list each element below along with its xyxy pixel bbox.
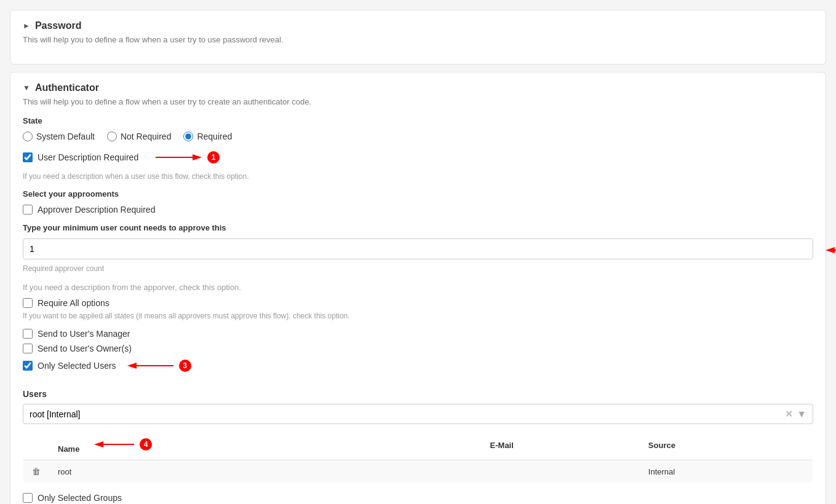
authenticator-section-description: This will help you to define a flow when…: [23, 97, 813, 106]
users-table: Name 4 E-Mail Source: [23, 430, 813, 483]
user-description-required-checkbox[interactable]: [23, 152, 33, 162]
send-to-manager-label: Send to User's Manager: [38, 329, 130, 339]
users-select-row[interactable]: ✕ ▼: [23, 404, 813, 424]
annotation-badge-4: 4: [140, 438, 152, 451]
password-section-description: This will help you to define a flow when…: [23, 35, 813, 44]
only-selected-users-checkbox[interactable]: [23, 361, 33, 371]
authenticator-section-title: Authenticator: [35, 82, 99, 93]
min-count-input[interactable]: [23, 238, 813, 259]
min-count-label: Type your minimum user count needs to ap…: [23, 223, 813, 232]
require-all-options-row: Require All options: [23, 298, 813, 308]
radio-system-default-label: System Default: [36, 132, 95, 141]
table-col-source: Source: [640, 431, 813, 460]
table-cell-source: Internal: [640, 460, 813, 483]
radio-system-default[interactable]: System Default: [23, 132, 95, 141]
send-to-owner-row: Send to User's Owner(s): [23, 344, 813, 353]
send-to-manager-checkbox[interactable]: [23, 329, 33, 339]
svg-marker-5: [127, 363, 137, 369]
require-all-options-checkbox[interactable]: [23, 298, 33, 308]
table-col-action: [23, 431, 50, 460]
users-label: Users: [23, 389, 813, 399]
table-col-email: E-Mail: [482, 431, 640, 460]
annotation-badge-3: 3: [179, 360, 191, 372]
send-to-owner-label: Send to User's Owner(s): [38, 344, 132, 353]
approver-description-required-label: Approver Description Required: [38, 205, 155, 215]
annotation-arrow-2: [826, 243, 836, 258]
require-all-options-hint: If you want to be applied all states (it…: [23, 312, 813, 320]
approver-hint: If you need a description from the appor…: [23, 283, 813, 292]
password-section-title: Password: [35, 20, 82, 31]
chevron-down-icon[interactable]: ▼: [797, 409, 806, 420]
table-cell-name: root: [49, 460, 482, 483]
approver-description-required-checkbox[interactable]: [23, 205, 33, 215]
require-all-options-label: Require All options: [38, 298, 109, 308]
approvals-label: Select your approoments: [23, 189, 813, 199]
min-count-hint: Required approver count: [23, 264, 813, 273]
svg-marker-1: [193, 154, 202, 160]
table-cell-email: [482, 460, 640, 483]
table-col-name: Name 4: [49, 431, 482, 460]
radio-required-label: Required: [197, 132, 232, 141]
table-row: 🗑 root Internal: [23, 460, 813, 483]
only-selected-users-label: Only Selected Users: [38, 361, 116, 371]
user-description-required-hint: If you need a description when a user us…: [23, 172, 813, 181]
svg-marker-3: [826, 247, 835, 253]
svg-marker-7: [94, 441, 103, 447]
state-label: State: [23, 116, 813, 125]
state-radio-group: System Default Not Required Required: [23, 132, 813, 141]
user-description-required-label: User Description Required: [38, 152, 138, 162]
annotation-arrow-1: [156, 150, 205, 165]
authenticator-collapse-icon[interactable]: ▼: [23, 84, 30, 92]
user-description-required-row: User Description Required 1: [23, 150, 220, 165]
clear-icon[interactable]: ✕: [785, 408, 793, 420]
only-selected-groups-row: Only Selected Groups: [23, 493, 813, 503]
send-to-owner-checkbox[interactable]: [23, 344, 33, 353]
annotation-badge-1: 1: [207, 151, 220, 163]
only-selected-users-row: Only Selected Users: [23, 361, 116, 371]
only-selected-groups-checkbox[interactable]: [23, 493, 33, 503]
users-select-input[interactable]: [30, 409, 785, 419]
annotation-arrow-3: [127, 358, 177, 373]
radio-required[interactable]: Required: [183, 132, 232, 141]
annotation-arrow-4: [94, 437, 137, 452]
radio-not-required[interactable]: Not Required: [107, 132, 172, 141]
users-section: Users ✕ ▼ Name: [23, 389, 813, 483]
select-icons: ✕ ▼: [785, 408, 806, 420]
password-collapse-icon[interactable]: ►: [23, 22, 30, 30]
delete-icon[interactable]: 🗑: [32, 467, 41, 476]
send-to-manager-row: Send to User's Manager: [23, 329, 813, 339]
approver-description-required-row: Approver Description Required: [23, 205, 813, 215]
radio-not-required-label: Not Required: [121, 132, 172, 141]
only-selected-groups-label: Only Selected Groups: [38, 493, 122, 503]
